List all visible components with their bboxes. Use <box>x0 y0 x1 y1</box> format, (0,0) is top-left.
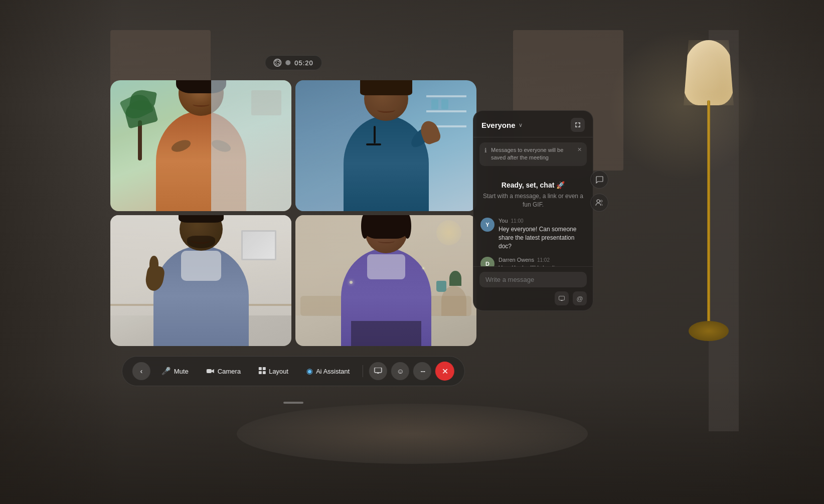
svg-rect-3 <box>259 371 262 374</box>
chat-msg-content-2: Darren Owens 11:02 Yes, Kevin. I'll brin… <box>499 257 586 266</box>
chat-msg-meta-1: You 11:00 <box>499 218 586 224</box>
svg-rect-4 <box>263 371 266 374</box>
video-grid <box>110 80 476 346</box>
chat-notice-text: Messages to everyone will be saved after… <box>491 146 573 162</box>
more-icon: ··· <box>420 367 425 376</box>
lamp-shade <box>684 40 734 105</box>
svg-point-8 <box>600 200 602 202</box>
coffee-table <box>237 404 588 464</box>
svg-rect-1 <box>259 367 262 370</box>
chat-empty-title: Ready, set, chat 🚀 <box>502 181 565 189</box>
screen-share-icon <box>374 367 382 375</box>
notice-close-button[interactable]: ✕ <box>577 146 582 153</box>
more-button[interactable]: ··· <box>413 362 431 380</box>
toolbar-divider <box>363 365 363 377</box>
ai-assistant-button[interactable]: ◉ Ai Assistant <box>299 363 357 380</box>
chat-screen-button[interactable] <box>555 291 569 305</box>
timer-display: 05:20 <box>294 59 313 67</box>
mute-icon: 🎤 <box>161 367 171 376</box>
layout-icon <box>259 367 266 376</box>
end-call-icon: ✕ <box>442 367 448 376</box>
chat-notice: ℹ Messages to everyone will be saved aft… <box>479 142 587 166</box>
chat-body: Ready, set, chat 🚀 Start with a message,… <box>473 171 593 266</box>
record-icon <box>273 59 281 67</box>
mute-button[interactable]: 🎤 Mute <box>154 363 196 380</box>
chat-chevron-icon: ∨ <box>519 122 523 128</box>
people-side-icon[interactable] <box>590 194 608 212</box>
svg-point-7 <box>597 200 600 203</box>
chat-message-input[interactable] <box>485 276 581 283</box>
avatar-initials-d: D <box>485 261 489 266</box>
chat-footer: @ <box>473 266 593 310</box>
screen-share-button[interactable] <box>369 362 387 380</box>
record-dot <box>285 60 290 65</box>
info-icon: ℹ <box>484 147 487 154</box>
video-cell-1 <box>110 80 291 211</box>
camera-label: Camera <box>218 368 241 375</box>
camera-icon <box>207 367 215 376</box>
chat-panel: Everyone ∨ ℹ Messages to everyone will b… <box>473 110 593 311</box>
chat-side-icon[interactable] <box>590 171 608 189</box>
floor-lamp <box>694 40 724 341</box>
chat-message-1: Y You 11:00 Hey everyone! Can someone sh… <box>480 218 586 250</box>
timer-bar: 05:20 <box>265 55 322 70</box>
svg-rect-0 <box>207 369 212 373</box>
ai-label: Ai Assistant <box>316 368 350 375</box>
chat-msg-meta-2: Darren Owens 11:02 <box>499 257 586 263</box>
msg-sender-2: Darren Owens <box>499 257 534 263</box>
svg-rect-2 <box>263 367 266 370</box>
emoji-button[interactable]: ☺ <box>391 362 409 380</box>
video-conference-area: 05:20 <box>110 80 476 346</box>
chat-empty-state: Ready, set, chat 🚀 Start with a message,… <box>480 176 586 212</box>
msg-time-1: 11:00 <box>511 218 524 224</box>
chat-header-left: Everyone ∨ <box>481 121 523 129</box>
svg-rect-5 <box>375 368 382 373</box>
chat-avatar-you: Y <box>480 218 495 232</box>
video-cell-3 <box>110 215 291 346</box>
ai-icon: ◉ <box>306 367 313 376</box>
back-icon: ‹ <box>140 367 142 375</box>
chat-mention-button[interactable]: @ <box>573 291 587 305</box>
lamp-pole <box>707 100 710 341</box>
chat-msg-content-1: You 11:00 Hey everyone! Can someone shar… <box>499 218 586 250</box>
video-overlay-4 <box>295 215 476 346</box>
svg-rect-6 <box>559 296 565 300</box>
chat-mention-icon: @ <box>576 295 583 302</box>
chat-input-container <box>479 272 587 287</box>
emoji-icon: ☺ <box>397 367 404 375</box>
meeting-toolbar: ‹ 🎤 Mute Camera <box>122 356 465 386</box>
lamp-base <box>689 321 729 341</box>
end-call-button[interactable]: ✕ <box>435 362 454 381</box>
avatar-initials: Y <box>485 222 489 228</box>
chat-empty-subtitle: Start with a message, a link or even a f… <box>480 192 586 209</box>
chat-recipient: Everyone <box>481 121 516 129</box>
chat-action-row: @ <box>479 291 587 305</box>
video-cell-4 <box>295 215 476 346</box>
msg-time-2: 11:02 <box>537 257 550 263</box>
chat-message-2: D Darren Owens 11:02 Yes, Kevin. I'll br… <box>480 257 586 266</box>
video-overlay-2 <box>295 80 476 211</box>
chat-screen-icon <box>559 295 565 302</box>
chat-header: Everyone ∨ <box>473 111 593 137</box>
chat-avatar-darren: D <box>480 257 495 266</box>
msg-text-1: Hey everyone! Can someone share the late… <box>499 225 586 250</box>
drag-indicator <box>283 402 303 404</box>
video-overlay-3 <box>110 215 291 346</box>
layout-button[interactable]: Layout <box>252 363 295 380</box>
layout-label: Layout <box>269 368 288 375</box>
side-icon-panel <box>590 171 608 212</box>
video-overlay-1 <box>110 80 291 211</box>
mute-label: Mute <box>174 368 189 375</box>
chat-expand-button[interactable] <box>571 118 585 132</box>
msg-sender-1: You <box>499 218 508 224</box>
video-cell-2 <box>295 80 476 211</box>
camera-button[interactable]: Camera <box>200 363 248 380</box>
back-button[interactable]: ‹ <box>132 362 150 380</box>
